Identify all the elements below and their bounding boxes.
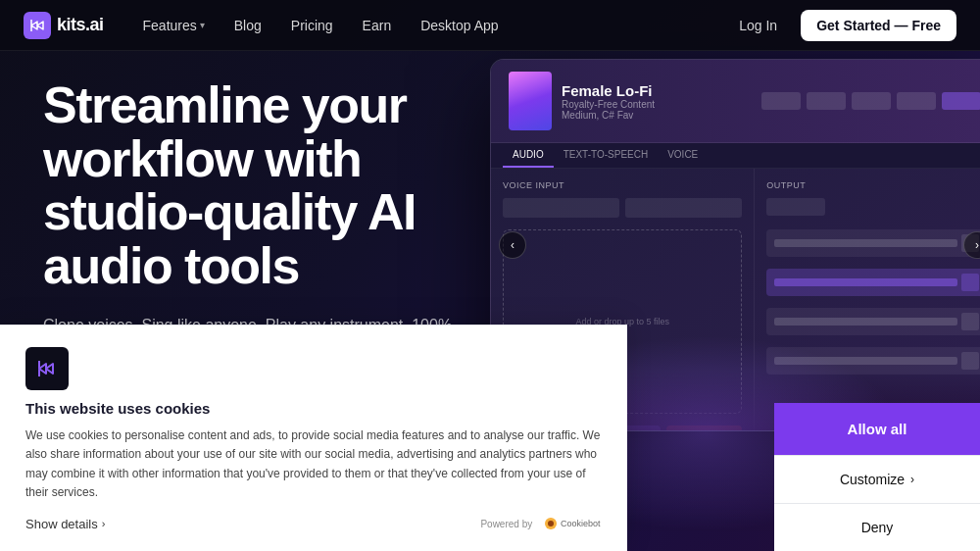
nav-desktop-app[interactable]: Desktop App	[409, 12, 510, 39]
nav-pricing[interactable]: Pricing	[279, 12, 345, 39]
cookie-kits-logo	[25, 347, 69, 390]
ss-tab-audio[interactable]: AUDIO	[503, 143, 554, 168]
customize-button[interactable]: Customize ›	[774, 455, 980, 503]
customize-chevron-icon: ›	[910, 473, 914, 486]
kits-logo-icon	[33, 355, 61, 382]
ss-track-title: Female Lo-Fi	[562, 82, 655, 99]
cookie-body-text: We use cookies to personalise content an…	[25, 426, 602, 502]
ss-tabs: AUDIO TEXT-TO-SPEECH VOICE	[491, 143, 980, 169]
hero-title: Streamline your workflow with studio-qua…	[43, 78, 474, 292]
show-details-link[interactable]: Show details ›	[25, 517, 105, 531]
nav-blog[interactable]: Blog	[222, 12, 273, 39]
allow-all-button[interactable]: Allow all	[774, 403, 980, 455]
hero-section: Streamline your workflow with studio-qua…	[0, 0, 980, 551]
nav-earn[interactable]: Earn	[351, 12, 404, 39]
logo-text: kits.ai	[57, 15, 104, 35]
logo[interactable]: kits.ai	[24, 12, 104, 39]
ss-output-item-3[interactable]	[766, 308, 980, 335]
ss-output-item-2[interactable]	[766, 269, 980, 296]
chevron-down-icon: ▾	[200, 20, 205, 30]
cookiebot-logo-icon: Cookiebot	[543, 516, 602, 531]
get-started-button[interactable]: Get Started — Free	[801, 10, 956, 41]
carousel-prev-button[interactable]: ‹	[499, 231, 526, 259]
log-in-button[interactable]: Log In	[727, 12, 789, 39]
svg-point-2	[548, 521, 554, 526]
ss-royalty-badge: Royalty-Free Content	[562, 99, 655, 110]
ss-output-item-4[interactable]	[766, 347, 980, 375]
cookie-actions: Allow all Customize › Deny	[774, 403, 980, 551]
cookie-banner: This website uses cookies We use cookies…	[0, 325, 627, 551]
nav-features[interactable]: Features ▾	[131, 12, 217, 39]
show-details-arrow-icon: ›	[102, 518, 106, 529]
artist-avatar	[509, 72, 552, 130]
ss-tab-voice[interactable]: VOICE	[658, 143, 708, 168]
ss-tab-tts[interactable]: TEXT-TO-SPEECH	[554, 143, 659, 168]
ss-header: Female Lo-Fi Royalty-Free Content Medium…	[491, 60, 980, 143]
navbar: kits.ai Features ▾ Blog Pricing Earn Des…	[0, 0, 980, 51]
cookiebot-branding: Powered by Cookiebot	[480, 516, 602, 531]
ss-voice-input-label: Voice input	[503, 180, 742, 190]
cookie-footer: Show details › Powered by Cookiebot	[25, 516, 602, 531]
ss-output-label: Output	[766, 180, 980, 190]
nav-right: Log In Get Started — Free	[727, 10, 956, 41]
logo-icon	[24, 12, 51, 39]
nav-links: Features ▾ Blog Pricing Earn Desktop App	[131, 12, 728, 39]
cookie-title: This website uses cookies	[25, 400, 602, 417]
deny-button[interactable]: Deny	[774, 503, 980, 551]
ss-subtitle2: Medium, C# Fav	[562, 110, 655, 121]
svg-text:Cookiebot: Cookiebot	[561, 519, 601, 528]
ss-output-item-1[interactable]	[766, 229, 980, 257]
